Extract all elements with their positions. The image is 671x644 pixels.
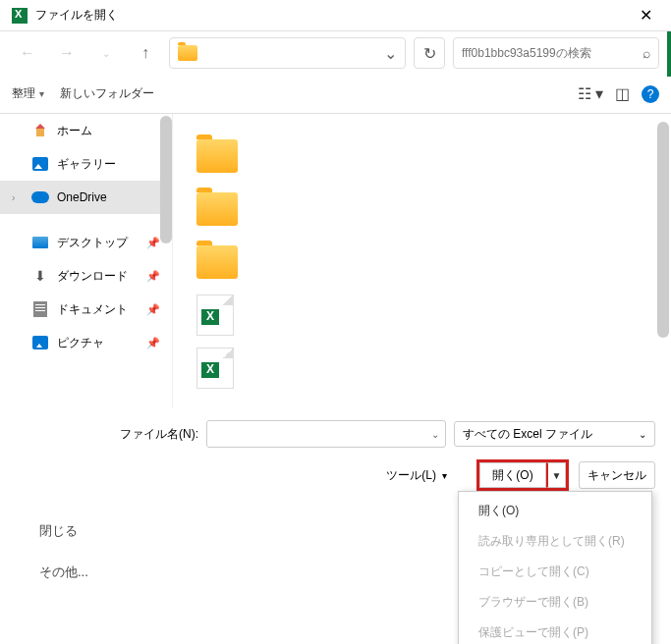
search-input[interactable] <box>462 46 643 60</box>
main-area: ホーム ギャラリー › OneDrive デスクトップ 📌 ⬇ ダウンロード 📌… <box>0 114 671 408</box>
search-box[interactable]: ⌕ <box>453 37 659 69</box>
sidebar-item-label: ダウンロード <box>57 268 128 285</box>
file-item-folder[interactable] <box>189 236 655 289</box>
chevron-down-icon: ⌄ <box>639 429 646 440</box>
sidebar-scrollbar[interactable] <box>160 116 172 243</box>
excel-accent <box>667 31 671 77</box>
menu-item: 保護ビューで開く(P) <box>459 617 651 644</box>
sidebar-item-pic[interactable]: ピクチャ 📌 <box>0 326 172 359</box>
close-button[interactable]: ✕ <box>624 0 667 31</box>
tools-button[interactable]: ツール(L) ▾ <box>386 467 447 484</box>
desktop-icon <box>31 234 49 251</box>
sidebar-item-download[interactable]: ⬇ ダウンロード 📌 <box>0 259 172 293</box>
navbar: ← → ⌄ ↑ ⌄ ↻ ⌕ <box>0 31 671 75</box>
organize-label: 整理 <box>12 85 35 102</box>
open-split-button: 開く(O) ▼ <box>476 459 569 491</box>
open-dropdown-menu: 開く(O)読み取り専用として開く(R)コピーとして開く(C)ブラウザーで開く(B… <box>458 491 652 644</box>
download-icon: ⬇ <box>31 267 49 285</box>
filename-input[interactable] <box>207 421 425 447</box>
excel-file-icon <box>196 295 234 336</box>
window-title: ファイルを開く <box>35 7 118 24</box>
sidebar-item-doc[interactable]: ドキュメント 📌 <box>0 293 172 326</box>
path-dropdown-icon[interactable]: ⌄ <box>384 44 397 63</box>
menu-item[interactable]: 開く(O) <box>459 496 651 526</box>
menu-item: コピーとして開く(C) <box>459 557 651 587</box>
folder-icon <box>178 45 197 61</box>
excel-icon <box>12 8 28 24</box>
newfolder-button[interactable]: 新しいフォルダー <box>60 85 154 102</box>
backstage-close[interactable]: 閉じる <box>20 510 147 552</box>
file-item-folder[interactable] <box>189 130 655 183</box>
sidebar-item-desktop[interactable]: デスクトップ 📌 <box>0 226 172 259</box>
folder-icon <box>196 192 238 226</box>
open-button[interactable]: 開く(O) <box>479 462 546 488</box>
path-box[interactable]: ⌄ <box>169 37 406 69</box>
pin-icon: 📌 <box>146 303 160 316</box>
filename-dropdown-icon[interactable]: ⌄ <box>425 429 445 440</box>
open-dropdown-button[interactable]: ▼ <box>546 462 566 488</box>
organize-button[interactable]: 整理 ▾ <box>12 85 44 102</box>
gallery-icon <box>31 155 49 173</box>
sidebar-item-house[interactable]: ホーム <box>0 114 172 147</box>
toolbar: 整理 ▾ 新しいフォルダー ☷ ▾ ◫ ? <box>0 75 671 114</box>
sidebar: ホーム ギャラリー › OneDrive デスクトップ 📌 ⬇ ダウンロード 📌… <box>0 114 172 408</box>
file-item-excel[interactable] <box>189 342 655 395</box>
folder-icon <box>196 245 238 279</box>
menu-item: 読み取り専用として開く(R) <box>459 526 651 557</box>
sidebar-item-label: ドキュメント <box>57 301 128 318</box>
chevron-down-icon: ▾ <box>39 88 44 99</box>
sidebar-item-label: ピクチャ <box>57 335 104 351</box>
doc-icon <box>31 300 49 318</box>
up-button[interactable]: ↑ <box>130 37 161 69</box>
filename-label: ファイル名(N): <box>16 426 198 443</box>
folder-icon <box>196 139 238 173</box>
forward-button[interactable]: → <box>51 37 83 69</box>
sidebar-item-label: ホーム <box>57 123 92 139</box>
pin-icon: 📌 <box>146 270 160 283</box>
sidebar-item-gallery[interactable]: ギャラリー <box>0 147 172 181</box>
file-item-folder[interactable] <box>189 183 655 236</box>
recent-button[interactable]: ⌄ <box>90 37 122 69</box>
file-item-excel[interactable] <box>189 289 655 342</box>
pin-icon: 📌 <box>146 237 160 249</box>
back-button[interactable]: ← <box>12 37 43 69</box>
menu-item: ブラウザーで開く(B) <box>459 587 651 617</box>
preview-pane-button[interactable]: ◫ <box>615 84 630 103</box>
pic-icon <box>31 334 49 351</box>
sidebar-item-label: デスクトップ <box>57 235 128 251</box>
newfolder-label: 新しいフォルダー <box>60 85 154 102</box>
house-icon <box>31 122 49 139</box>
excel-file-icon <box>196 348 234 389</box>
filetype-select[interactable]: すべての Excel ファイル ⌄ <box>454 421 655 447</box>
file-list[interactable] <box>172 114 671 408</box>
onedrive-icon <box>31 188 49 206</box>
pin-icon: 📌 <box>146 337 160 349</box>
content-scrollbar[interactable] <box>657 122 669 338</box>
footer: ファイル名(N): ⌄ すべての Excel ファイル ⌄ ツール(L) ▾ 開… <box>0 408 671 503</box>
sidebar-item-label: OneDrive <box>57 190 107 204</box>
search-icon[interactable]: ⌕ <box>643 45 650 61</box>
backstage-panel: 閉じる その他... <box>20 510 147 593</box>
cancel-button[interactable]: キャンセル <box>579 461 655 489</box>
tools-label: ツール(L) <box>386 467 436 484</box>
sidebar-item-label: ギャラリー <box>57 156 116 173</box>
backstage-other[interactable]: その他... <box>20 552 147 593</box>
filetype-label: すべての Excel ファイル <box>463 426 592 443</box>
chevron-down-icon: ▾ <box>442 470 447 481</box>
refresh-button[interactable]: ↻ <box>414 37 445 69</box>
sidebar-item-onedrive[interactable]: › OneDrive <box>0 181 172 214</box>
titlebar: ファイルを開く ✕ <box>0 0 671 31</box>
help-button[interactable]: ? <box>642 85 659 103</box>
expand-icon: › <box>12 192 24 203</box>
view-mode-button[interactable]: ☷ ▾ <box>578 84 603 103</box>
